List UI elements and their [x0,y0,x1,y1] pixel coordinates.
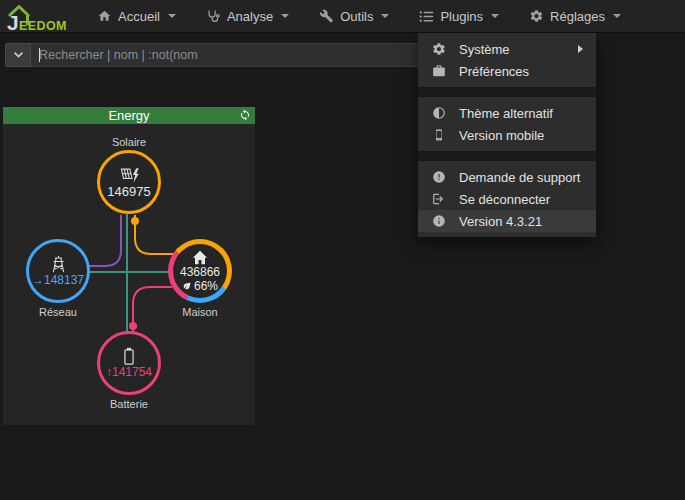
menu-label-theme: Thème alternatif [459,106,553,121]
node-label-solaire: Solaire [89,136,169,148]
chevron-down-icon [168,14,176,18]
wrench-icon [319,9,334,23]
navbar: J EEDOM Accueil Analyse [0,0,685,33]
menu-item-version-mobile[interactable]: Version mobile [418,124,596,146]
nav-item-accueil[interactable]: Accueil [82,0,191,33]
nav-item-reglages[interactable]: Réglages [514,0,636,33]
node-eco-maison: 66% [194,280,218,293]
node-value-reseau: →148137 [32,274,84,287]
chevron-down-icon [491,14,499,18]
contrast-icon [431,106,446,120]
node-label-batterie: Batterie [89,398,169,410]
menu-item-preferences[interactable]: Préférences [418,60,596,82]
nav-label-outils: Outils [340,9,373,24]
menu-label-support: Demande de support [459,170,580,185]
menu-label-preferences: Préférences [459,64,529,79]
chevron-down-icon [381,14,389,18]
menu-label-version: Version 4.3.21 [459,214,542,229]
briefcase-icon [431,64,446,78]
nav-label-accueil: Accueil [118,9,160,24]
menu-item-systeme[interactable]: Système [418,38,596,60]
energy-diagram: Solaire 146975 Réseau →148137 [3,124,255,425]
exclamation-circle-icon [431,170,446,184]
svg-text:EEDOM: EEDOM [19,19,67,33]
node-label-maison: Maison [160,306,240,318]
house-icon [191,250,209,265]
stethoscope-icon [206,9,221,23]
refresh-button[interactable] [239,109,251,121]
jeedom-page: J EEDOM Accueil Analyse [0,0,685,500]
chevron-down-icon [13,51,24,59]
menu-item-se-deconnecter[interactable]: Se déconnecter [418,188,596,210]
chevron-down-icon [613,14,621,18]
menu-label-mobile: Version mobile [459,128,544,143]
menu-item-theme-alternatif[interactable]: Thème alternatif [418,102,596,124]
node-reseau[interactable]: →148137 [26,239,90,303]
pylon-icon [50,255,67,273]
solar-panel-icon [118,167,140,184]
sign-out-icon [431,192,446,206]
home-icon [97,9,112,23]
node-value-maison: 436866 [180,266,220,279]
jeedom-logo[interactable]: J EEDOM [6,0,68,33]
mobile-icon [431,128,446,142]
menu-label-systeme: Système [459,42,510,57]
node-solaire[interactable]: 146975 [97,150,161,214]
nav-item-analyse[interactable]: Analyse [191,0,304,33]
text-cursor [39,48,40,62]
node-value-batterie: ↑141754 [106,366,152,379]
nav-label-reglages: Réglages [550,9,605,24]
jeedom-logo-icon: J EEDOM [6,3,68,33]
submenu-caret-icon [578,45,583,53]
menu-group-theme: Thème alternatif Version mobile [418,97,596,151]
menu-item-version[interactable]: Version 4.3.21 [418,210,596,232]
nav-label-plugins: Plugins [440,9,483,24]
info-circle-icon [431,214,446,228]
menu-group-system: Système Préférences [418,33,596,87]
energy-widget: Energy Solaire [3,107,255,425]
search-options-button[interactable] [5,43,31,67]
node-value-solaire: 146975 [107,185,150,198]
nav-item-plugins[interactable]: Plugins [404,0,514,33]
menu-divider [418,87,596,97]
widget-title: Energy [3,108,255,123]
node-maison[interactable]: 436866 66% [168,239,232,303]
list-icon [419,10,434,23]
reglages-dropdown-menu: Système Préférences Thème alternatif [418,33,596,237]
menu-group-support: Demande de support Se déconnecter Versio… [418,161,596,237]
gear-icon [529,9,544,23]
battery-icon [123,347,135,365]
energy-widget-header: Energy [3,107,255,124]
node-label-reseau: Réseau [18,306,98,318]
node-batterie[interactable]: ↑141754 [97,331,161,395]
menu-divider [418,151,596,161]
nav-label-analyse: Analyse [227,9,273,24]
menu-item-demande-support[interactable]: Demande de support [418,166,596,188]
nav-item-outils[interactable]: Outils [304,0,404,33]
gear-icon [431,42,446,56]
refresh-icon [239,109,251,121]
chevron-down-icon [281,14,289,18]
menu-label-logout: Se déconnecter [459,192,550,207]
leaf-icon [182,281,192,291]
